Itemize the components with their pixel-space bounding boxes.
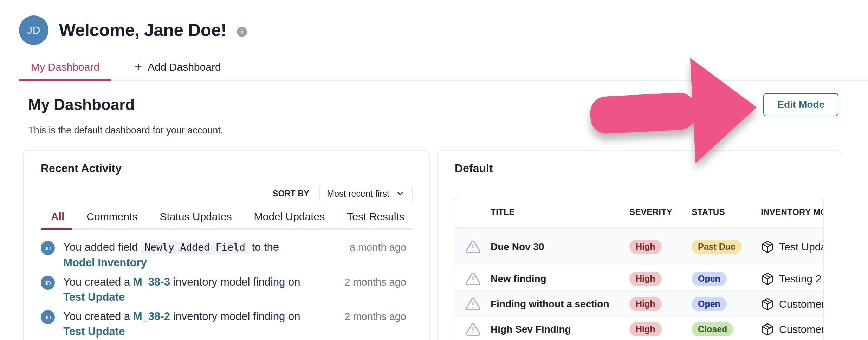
sort-select-value: Most recent first	[327, 189, 389, 199]
column-header-severity: SEVERITY	[629, 207, 692, 217]
package-icon	[761, 323, 774, 336]
activity-tab-status-updates[interactable]: Status Updates	[149, 211, 242, 223]
status-cell: Past Due	[692, 240, 761, 254]
active-tab-indicator	[41, 228, 72, 230]
dashboard-widgets: Recent Activity SORT BY Most recent firs…	[0, 150, 868, 340]
activity-link-model-inventory[interactable]: Model Inventory	[63, 256, 147, 269]
field-code-chip: Newly Added Field	[141, 241, 249, 254]
activity-link-test-update[interactable]: Test Update	[63, 291, 125, 303]
finding-title: Finding without a section	[491, 299, 629, 310]
activity-item: JDYou added field Newly Added Field to t…	[41, 240, 413, 270]
finding-title: Due Nov 30	[491, 241, 629, 253]
alert-triangle-icon	[465, 239, 481, 255]
finding-row-due-nov-30[interactable]: Due Nov 30HighPast Due Test Update	[455, 228, 823, 266]
edit-mode-button[interactable]: Edit Mode	[763, 93, 838, 116]
finding-row-finding-without-a-section[interactable]: Finding without a sectionHighOpen Custom…	[455, 292, 823, 317]
finding-title: High Sev Finding	[491, 324, 629, 335]
activity-text: You created a M_38-3 inventory model fin…	[63, 274, 311, 305]
finding-icon-cell	[455, 239, 491, 255]
inventory-model-name: Customer	[779, 298, 824, 310]
inventory-model-name: Test Update	[779, 241, 824, 253]
dashboard-tabs: My Dashboard + Add Dashboard	[19, 61, 868, 81]
tab-my-dashboard[interactable]: My Dashboard	[19, 61, 111, 80]
findings-table: TITLESEVERITYSTATUSINVENTORY MODEL Due N…	[455, 197, 824, 340]
finding-icon-cell	[455, 296, 491, 312]
column-header-inventory-model: INVENTORY MODEL	[761, 207, 824, 217]
alert-triangle-icon	[465, 271, 481, 287]
page-title: My Dashboard	[28, 96, 868, 113]
activity-link-test-update[interactable]: Test Update	[63, 325, 125, 338]
inventory-model-cell[interactable]: Customer	[761, 298, 824, 311]
activity-timestamp: 2 months ago	[344, 276, 413, 305]
severity-cell: High	[629, 297, 692, 311]
default-findings-card: Default TITLESEVERITYSTATUSINVENTORY MOD…	[437, 150, 841, 340]
findings-card-title: Default	[455, 162, 824, 175]
activity-tab-all[interactable]: All	[41, 211, 75, 223]
add-dashboard-label: Add Dashboard	[148, 61, 221, 73]
column-header-status: STATUS	[692, 207, 761, 217]
activity-text: You created a M_38-2 inventory model fin…	[63, 309, 311, 339]
sort-select[interactable]: Most recent first	[319, 185, 413, 202]
recent-activity-card: Recent Activity SORT BY Most recent firs…	[23, 150, 430, 340]
activity-tab-test-results[interactable]: Test Results	[337, 211, 414, 223]
avatar: JD	[19, 15, 48, 45]
avatar: JD	[41, 276, 55, 290]
add-dashboard-button[interactable]: + Add Dashboard	[123, 61, 233, 80]
inventory-model-name: Customer	[779, 323, 824, 335]
activity-item: JDYou created a M_38-2 inventory model f…	[41, 309, 413, 339]
finding-icon-cell	[455, 322, 491, 337]
severity-badge: High	[629, 297, 662, 311]
sort-row: SORT BY Most recent first	[41, 185, 413, 202]
activity-link-m-38-3[interactable]: M_38-3	[133, 276, 170, 288]
activity-text: You added field Newly Added Field to the…	[63, 240, 311, 270]
page-description: This is the default dashboard for your a…	[28, 125, 868, 136]
status-cell: Closed	[692, 322, 761, 336]
column-header-title: TITLE	[491, 207, 629, 217]
status-cell: Open	[692, 297, 761, 311]
activity-item: JDYou created a M_38-3 inventory model f…	[41, 274, 413, 305]
severity-cell: High	[629, 240, 692, 254]
status-badge: Closed	[692, 322, 733, 336]
alert-triangle-icon	[465, 296, 481, 312]
inventory-model-cell[interactable]: Test Update	[761, 240, 824, 254]
finding-row-high-sev-finding[interactable]: High Sev FindingHighClosed Customer	[455, 317, 823, 340]
severity-badge: High	[629, 272, 662, 286]
chevron-down-icon	[396, 189, 405, 198]
activity-timestamp: 2 months ago	[344, 311, 413, 339]
severity-cell: High	[629, 322, 692, 336]
inventory-model-cell[interactable]: Testing 2	[761, 272, 824, 286]
sort-by-label: SORT BY	[273, 189, 309, 198]
activity-timestamp: a month ago	[350, 242, 413, 270]
avatar: JD	[41, 310, 55, 324]
package-icon	[761, 298, 774, 311]
activity-link-m-38-2[interactable]: M_38-2	[133, 310, 170, 322]
finding-icon-cell	[455, 271, 491, 287]
avatar: JD	[41, 241, 55, 255]
activity-filter-tabs: AllCommentsStatus UpdatesModel UpdatesTe…	[41, 211, 413, 223]
page-header: JD Welcome, Jane Doe! i	[0, 0, 868, 45]
inventory-model-name: Testing 2	[779, 273, 821, 285]
dashboard-page: JD Welcome, Jane Doe! i My Dashboard + A…	[0, 0, 868, 340]
severity-badge: High	[629, 322, 662, 336]
package-icon	[761, 272, 774, 286]
activity-list: JDYou added field Newly Added Field to t…	[41, 240, 413, 339]
severity-badge: High	[629, 240, 662, 254]
findings-table-body: Due Nov 30HighPast Due Test Update New f…	[455, 228, 823, 340]
status-badge: Open	[692, 272, 727, 286]
page-head-section: My Dashboard This is the default dashboa…	[0, 81, 868, 136]
activity-tab-comments[interactable]: Comments	[76, 211, 148, 223]
plus-icon: +	[135, 63, 142, 72]
finding-row-new-finding[interactable]: New findingHighOpen Testing 2	[455, 266, 823, 292]
finding-title: New finding	[491, 273, 629, 285]
info-icon[interactable]: i	[237, 27, 247, 37]
status-badge: Open	[692, 297, 727, 311]
findings-table-header: TITLESEVERITYSTATUSINVENTORY MODEL	[455, 197, 823, 228]
inventory-model-cell[interactable]: Customer	[761, 323, 824, 336]
package-icon	[761, 240, 774, 254]
welcome-title: Welcome, Jane Doe!	[59, 20, 226, 40]
activity-tab-model-updates[interactable]: Model Updates	[244, 211, 335, 223]
status-cell: Open	[692, 272, 761, 286]
severity-cell: High	[629, 272, 692, 286]
status-badge: Past Due	[692, 240, 742, 254]
recent-activity-title: Recent Activity	[41, 162, 413, 175]
